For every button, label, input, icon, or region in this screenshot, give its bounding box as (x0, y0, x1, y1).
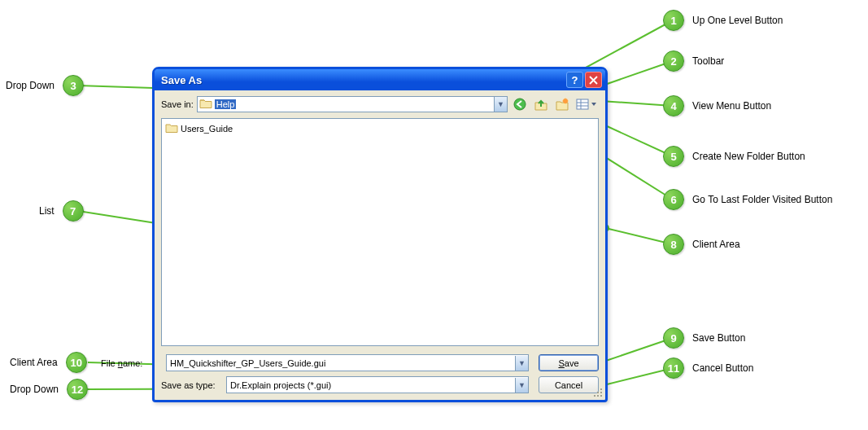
create-new-folder-button[interactable] (553, 95, 571, 113)
cancel-button[interactable]: Cancel (539, 376, 599, 393)
callout-label: Client Area (10, 357, 58, 368)
list-item[interactable]: Users_Guide (165, 122, 595, 135)
callout-label: Client Area (692, 239, 740, 250)
title-bar[interactable]: Save As ? (155, 69, 605, 90)
callout-badge: 4 (663, 95, 684, 116)
savein-value: Help (215, 99, 237, 109)
callout-badge: 9 (663, 327, 684, 349)
help-button[interactable]: ? (566, 72, 583, 88)
savein-label: Save in: (161, 99, 194, 109)
go-to-last-folder-button[interactable] (511, 95, 529, 113)
callout-label: Create New Folder Button (692, 151, 805, 162)
callout-2: 2 Toolbar (663, 50, 724, 72)
resize-grip[interactable] (593, 388, 603, 397)
callout-label: Cancel Button (692, 362, 753, 374)
savein-dropdown[interactable]: Help ▼ (197, 96, 508, 112)
callout-label: Up One Level Button (692, 15, 783, 26)
filename-value: HM_Quickshifter_GP_Users_Guide.gui (170, 358, 515, 368)
folder-icon (165, 123, 178, 135)
callout-badge: 12 (67, 379, 88, 400)
filename-label-text: File name: (101, 358, 161, 368)
callout-5: 5 Create New Folder Button (663, 146, 805, 167)
callout-badge: 7 (63, 200, 84, 222)
callout-label: Save Button (692, 332, 745, 344)
callout-badge: 5 (663, 146, 684, 167)
close-button[interactable] (585, 72, 602, 88)
callout-label: Drop Down (6, 80, 55, 91)
callout-6: 6 Go To Last Folder Visited Button (663, 189, 832, 210)
callout-badge: 10 (66, 352, 87, 373)
file-list[interactable]: Users_Guide (161, 118, 599, 346)
view-menu-button[interactable] (574, 95, 599, 113)
callout-9: 9 Save Button (663, 327, 745, 349)
callout-3: 3 Drop Down (6, 75, 84, 96)
client-area: n hidden File name: HM_Quickshifter_GP_U… (155, 349, 605, 400)
callout-badge: 8 (663, 234, 684, 255)
callout-label: List (39, 205, 55, 217)
callout-8: 8 Client Area (663, 234, 740, 255)
chevron-down-icon[interactable]: ▼ (515, 378, 528, 393)
callout-7: 7 List (39, 200, 84, 222)
callout-12: 12 Drop Down (10, 379, 88, 400)
svg-rect-21 (577, 99, 588, 109)
callout-label: View Menu Button (692, 100, 771, 112)
callout-badge: 3 (63, 75, 84, 96)
dialog-title: Save As (161, 74, 565, 86)
callout-label: Toolbar (692, 55, 724, 67)
callout-11: 11 Cancel Button (663, 358, 753, 379)
callout-badge: 11 (663, 358, 684, 379)
callout-badge: 2 (663, 50, 684, 72)
chevron-down-icon[interactable]: ▼ (494, 97, 507, 112)
callout-badge: 6 (663, 189, 684, 210)
svg-point-15 (514, 99, 526, 110)
callout-1: 1 Up One Level Button (663, 10, 783, 31)
callout-label: Go To Last Folder Visited Button (692, 194, 832, 205)
list-item-label: Users_Guide (181, 124, 233, 134)
chevron-down-icon[interactable]: ▼ (515, 356, 528, 371)
toolbar: Save in: Help ▼ (155, 90, 605, 116)
svg-line-10 (78, 211, 161, 224)
saveas-label: Save as type: (161, 380, 221, 390)
save-as-dialog: Save As ? Save in: Help ▼ (152, 67, 608, 402)
callout-badge: 1 (663, 10, 684, 31)
saveas-dropdown[interactable]: Dr.Explain projects (*.gui) ▼ (226, 376, 529, 393)
folder-icon (199, 98, 212, 111)
callout-4: 4 View Menu Button (663, 95, 771, 116)
callout-10: 10 Client Area (10, 352, 87, 373)
saveas-value: Dr.Explain projects (*.gui) (230, 380, 515, 390)
svg-point-16 (563, 99, 568, 103)
save-button[interactable]: Save (539, 354, 599, 371)
callout-label: Drop Down (10, 384, 59, 395)
up-one-level-button[interactable] (532, 95, 550, 113)
filename-input[interactable]: HM_Quickshifter_GP_Users_Guide.gui ▼ (166, 354, 529, 371)
